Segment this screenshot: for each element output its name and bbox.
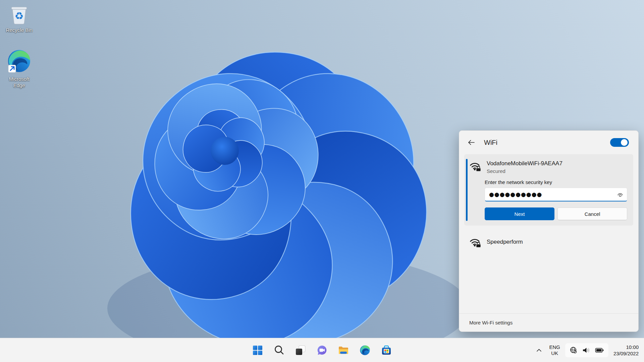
recycle-bin-icon: ♻ bbox=[9, 2, 30, 25]
cancel-button[interactable]: Cancel bbox=[557, 207, 627, 220]
language-line1: ENG bbox=[549, 344, 560, 350]
quick-settings-button[interactable] bbox=[565, 343, 609, 358]
clock-time: 10:00 bbox=[613, 344, 639, 350]
file-explorer-icon bbox=[338, 345, 349, 356]
next-button[interactable]: Next bbox=[485, 207, 554, 220]
wifi-secured-icon bbox=[469, 236, 482, 248]
wifi-panel-header: WiFi bbox=[459, 131, 638, 154]
tray-overflow-button[interactable] bbox=[534, 343, 544, 358]
recycle-glyph: ♻ bbox=[15, 10, 24, 22]
wifi-network-expanded: VodafoneMobileWiFi-9AEAA7 Secured Enter … bbox=[464, 154, 633, 226]
selection-accent-bar bbox=[466, 159, 468, 221]
wifi-toggle-switch[interactable] bbox=[610, 138, 629, 147]
edge-icon bbox=[359, 345, 371, 356]
toggle-thumb bbox=[621, 139, 628, 146]
file-explorer-button[interactable] bbox=[334, 341, 353, 360]
store-icon bbox=[381, 345, 392, 356]
network-status: Secured bbox=[487, 168, 562, 175]
edge-button[interactable] bbox=[355, 341, 375, 360]
task-view-icon bbox=[295, 345, 306, 356]
panel-spacer bbox=[459, 254, 638, 313]
taskbar-system-tray: ENG UK bbox=[534, 338, 641, 362]
network-name: Speedperform bbox=[487, 238, 523, 246]
desktop-icon-label: Microsoft Edge bbox=[3, 76, 35, 88]
security-key-label: Enter the network security key bbox=[485, 179, 627, 185]
wifi-network-row-speedperform[interactable]: Speedperform bbox=[459, 230, 638, 254]
edge-icon bbox=[6, 51, 32, 74]
windows-start-icon bbox=[252, 345, 263, 356]
search-icon bbox=[273, 345, 285, 356]
network-name: VodafoneMobileWiFi-9AEAA7 bbox=[487, 160, 562, 167]
start-button[interactable] bbox=[248, 341, 267, 360]
desktop-icon-label: Recycle Bin bbox=[6, 27, 32, 33]
globe-no-internet-icon bbox=[570, 346, 578, 354]
wifi-flyout-panel: WiFi bbox=[459, 130, 639, 332]
security-key-form: Enter the network security key Next Canc… bbox=[485, 179, 627, 220]
desktop-icon-recycle-bin[interactable]: ♻ Recycle Bin bbox=[1, 2, 38, 33]
language-line2: UK bbox=[549, 350, 560, 356]
clock-date: 23/09/2022 bbox=[613, 350, 639, 357]
chat-button[interactable] bbox=[312, 341, 332, 360]
more-wifi-settings-link[interactable]: More Wi-Fi settings bbox=[469, 320, 513, 325]
search-button[interactable] bbox=[269, 341, 289, 360]
desktop: ♻ Recycle Bin Microsoft Edge WiFi bbox=[0, 0, 644, 362]
network-key-input[interactable] bbox=[485, 188, 627, 201]
chat-icon bbox=[316, 345, 328, 356]
chevron-up-icon bbox=[535, 347, 543, 354]
volume-icon bbox=[582, 346, 591, 354]
battery-icon bbox=[595, 346, 604, 354]
wifi-panel-title: WiFi bbox=[484, 139, 610, 146]
language-indicator[interactable]: ENG UK bbox=[547, 343, 562, 358]
wifi-secured-icon bbox=[469, 160, 482, 172]
panel-footer: More Wi-Fi settings bbox=[459, 314, 638, 331]
task-view-button[interactable] bbox=[291, 341, 310, 360]
taskbar: ENG UK bbox=[0, 338, 644, 362]
taskbar-center-buttons bbox=[248, 338, 396, 362]
clock[interactable]: 10:00 23/09/2022 bbox=[611, 343, 641, 358]
desktop-icon-microsoft-edge[interactable]: Microsoft Edge bbox=[1, 51, 38, 88]
password-reveal-eye-icon[interactable] bbox=[616, 191, 624, 198]
back-arrow-icon[interactable] bbox=[467, 138, 475, 146]
store-button[interactable] bbox=[377, 341, 396, 360]
wifi-network-row-vodafone[interactable]: VodafoneMobileWiFi-9AEAA7 Secured bbox=[469, 160, 628, 175]
